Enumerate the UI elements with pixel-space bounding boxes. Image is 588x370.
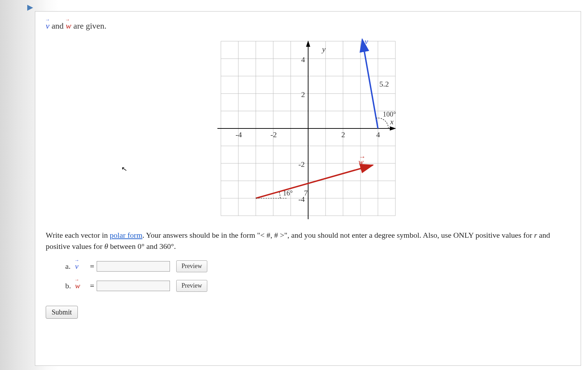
vector-v-arrow <box>362 39 378 128</box>
xtick-neg2: -2 <box>270 130 277 139</box>
answer-b-eq: = <box>88 281 97 290</box>
play-icon[interactable]: ▶ <box>27 3 33 12</box>
vector-w-name: w <box>358 157 364 166</box>
vector-w-angle: 16° <box>283 189 293 197</box>
intro-and: and <box>50 21 66 30</box>
question-panel: →v and →w are given. <box>35 11 581 366</box>
part-a-label: a. <box>65 262 75 271</box>
y-axis-label: y <box>321 45 326 53</box>
vector-w-angle-arc <box>279 192 280 198</box>
polar-form-link[interactable]: polar form <box>110 231 142 239</box>
instructions-text: Write each vector in polar form. Your an… <box>46 230 570 252</box>
answer-a-vec: →v <box>75 262 79 271</box>
submit-button[interactable]: Submit <box>46 306 78 319</box>
answer-b-vec: →w <box>75 281 80 290</box>
vector-w-symbol: →w <box>66 21 71 31</box>
answer-row-b: b. →w = Preview <box>65 280 570 292</box>
svg-text:v: v <box>365 38 368 46</box>
preview-a-button[interactable]: Preview <box>176 260 207 272</box>
answer-b-input[interactable] <box>97 281 170 291</box>
r-variable: r <box>534 231 537 239</box>
vector-chart: -4 -2 2 4 4 2 -2 -4 y x 5.2 100° → <box>217 38 399 219</box>
answer-a-eq: = <box>88 262 97 271</box>
preview-b-button[interactable]: Preview <box>176 280 207 292</box>
answer-a-input[interactable] <box>97 261 170 272</box>
theta-variable: θ <box>104 242 108 251</box>
x-axis-label: x <box>390 117 394 126</box>
xtick-2: 2 <box>341 130 345 139</box>
xtick-4: 4 <box>376 130 380 139</box>
vector-v-symbol: →v <box>46 21 50 31</box>
answer-row-a: a. →v = Preview <box>65 260 570 272</box>
part-b-label: b. <box>65 281 75 290</box>
ytick-neg2: -2 <box>298 160 305 169</box>
intro-tail: are given. <box>71 21 106 30</box>
intro-text: →v and →w are given. <box>46 21 570 31</box>
vector-v-magnitude: 5.2 <box>379 80 389 88</box>
vector-v-angle: 100° <box>383 110 396 118</box>
ytick-2: 2 <box>301 90 305 99</box>
ytick-4: 4 <box>301 55 305 64</box>
xtick-neg4: -4 <box>236 130 242 139</box>
answers-block: a. →v = Preview b. →w = Preview <box>65 260 570 292</box>
vector-w-magnitude: 7 <box>304 188 308 197</box>
